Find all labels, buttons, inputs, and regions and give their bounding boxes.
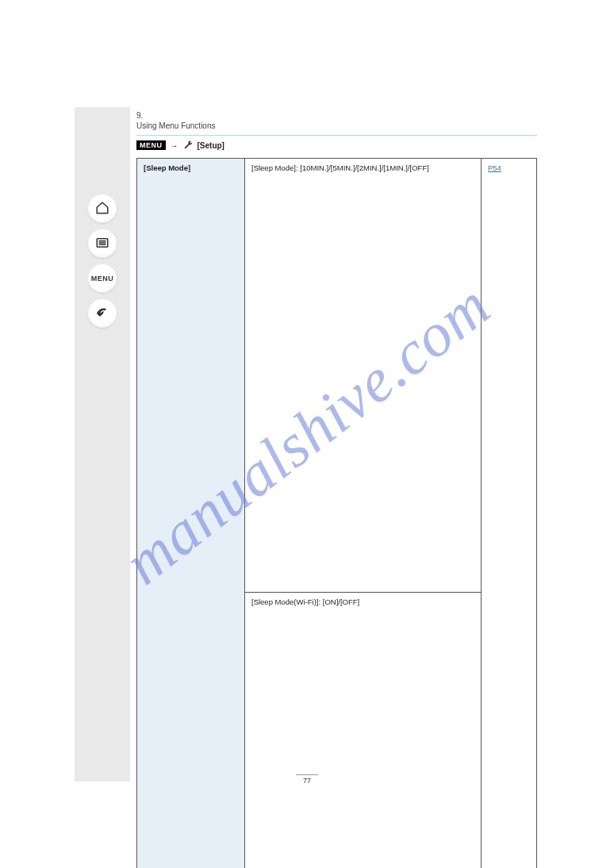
menu-badge: MENU <box>136 140 166 150</box>
page-ref[interactable]: P54 <box>482 159 537 868</box>
sidebar: MENU <box>75 107 130 782</box>
home-button[interactable] <box>88 194 117 223</box>
back-icon <box>95 305 109 322</box>
setting-label: [Sleep Mode] <box>137 159 245 868</box>
toc-button[interactable] <box>88 229 117 258</box>
settings-table: [Sleep Mode] [Sleep Mode]: [10MIN.]/[5MI… <box>136 158 537 868</box>
section-number: 9. <box>136 111 537 120</box>
list-icon <box>95 236 109 252</box>
main-content: 9. Using Menu Functions MENU → [Setup] [… <box>136 111 537 868</box>
arrow-icon: → <box>171 141 178 150</box>
wrench-icon <box>183 140 193 150</box>
nav-buttons: MENU <box>88 194 117 328</box>
table-row: [Sleep Mode] [Sleep Mode]: [10MIN.]/[5MI… <box>137 159 537 593</box>
setting-desc: [Sleep Mode(Wi-Fi)]: [ON]/[OFF] <box>245 593 482 868</box>
section-title: Using Menu Functions <box>136 121 537 130</box>
setting-desc: [Sleep Mode]: [10MIN.]/[5MIN.]/[2MIN.]/[… <box>245 159 482 593</box>
divider <box>136 135 537 136</box>
tab-name: [Setup] <box>198 141 224 150</box>
menu-path: MENU → [Setup] <box>136 140 537 150</box>
back-button[interactable] <box>88 299 117 328</box>
page-number: 77 <box>296 774 318 785</box>
home-icon <box>95 201 109 217</box>
menu-label: MENU <box>91 275 114 282</box>
menu-button[interactable]: MENU <box>88 264 117 293</box>
